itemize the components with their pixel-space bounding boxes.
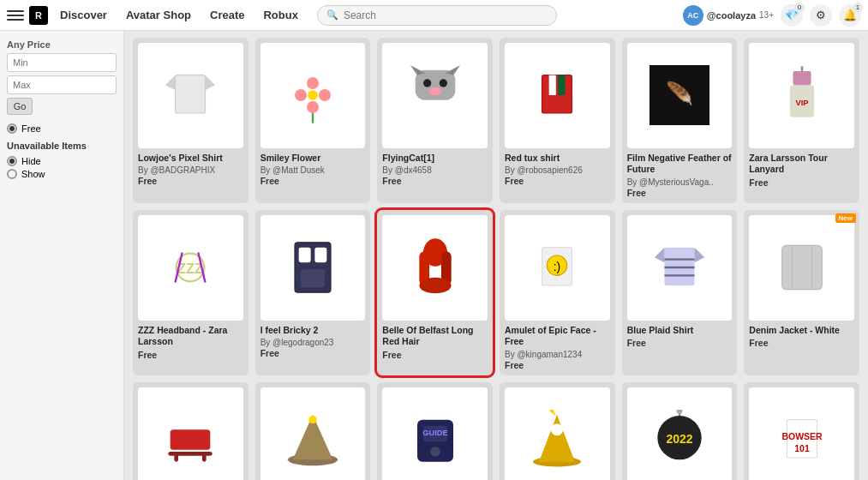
item-card[interactable]: Belle Of Belfast Long Red Hair Free — [377, 210, 493, 375]
item-price: Free — [382, 350, 488, 360]
item-card[interactable]: GUIDE Guide's Backpack Offsale — [377, 382, 493, 480]
nav-avatar-shop[interactable]: Avatar Shop — [119, 9, 198, 21]
item-name: I feel Bricky 2 — [260, 325, 366, 337]
svg-rect-31 — [301, 270, 325, 288]
show-radio-dot — [7, 169, 17, 179]
item-price: Free — [749, 338, 854, 348]
svg-point-5 — [307, 101, 319, 113]
item-name: ZZZ Headband - Zara Larsson — [138, 325, 243, 348]
svg-rect-45 — [781, 246, 822, 290]
item-name: Film Negative Feather of Future — [627, 153, 733, 176]
show-radio[interactable]: Show — [7, 169, 117, 179]
svg-marker-60 — [539, 415, 575, 462]
item-card[interactable]: FlyingCat[1] By @dx4658 Free — [377, 38, 493, 203]
svg-rect-0 — [176, 75, 206, 113]
settings-icon: ⚙ — [816, 9, 826, 21]
nav-discover[interactable]: Discover — [53, 9, 114, 21]
svg-point-4 — [307, 77, 319, 89]
item-card[interactable]: 2022 New Year's Celebration Hat Offsale — [500, 382, 615, 480]
svg-rect-51 — [202, 454, 207, 462]
age-badge: 13+ — [759, 10, 774, 20]
svg-point-58 — [430, 447, 440, 457]
item-price: Free — [260, 176, 366, 186]
svg-rect-21 — [793, 71, 811, 85]
item-thumbnail — [627, 215, 733, 321]
item-price: Free — [382, 176, 488, 186]
svg-marker-40 — [655, 248, 665, 263]
username: @coolayza — [707, 10, 756, 21]
item-card[interactable]: Red tux shirt By @robosapien626 Free — [500, 38, 615, 203]
price-go-button[interactable]: Go — [7, 98, 33, 115]
unavailable-section: Unavailable Items Hide Show — [7, 141, 117, 179]
svg-point-67 — [676, 410, 682, 414]
svg-text:101: 101 — [794, 443, 810, 453]
user-profile[interactable]: AC @coolayza 13+ — [683, 5, 774, 26]
content-area: Lowjoe's Pixel Shirt By @BADGRAPHIX Free… — [124, 31, 868, 480]
nav-robux[interactable]: Robux — [256, 9, 304, 21]
hamburger-menu[interactable] — [7, 7, 24, 24]
hide-label: Hide — [21, 156, 41, 166]
nav-create[interactable]: Create — [203, 9, 251, 21]
item-card[interactable]: ZZZ ZZZ Headband - Zara Larsson Free — [133, 210, 248, 375]
item-name: Belle Of Belfast Long Red Hair — [382, 325, 488, 348]
svg-rect-48 — [171, 430, 211, 450]
search-input[interactable] — [344, 9, 548, 21]
item-price: Free — [627, 338, 733, 348]
item-creator: By @BADGRAPHIX — [138, 165, 243, 175]
svg-text::): :) — [554, 260, 561, 273]
item-card[interactable]: 🪶 Film Negative Feather of Future By @My… — [622, 38, 738, 203]
item-price: Free — [138, 176, 243, 186]
item-thumbnail: 2022 — [627, 387, 733, 480]
svg-point-14 — [429, 87, 441, 95]
svg-marker-10 — [410, 65, 425, 75]
item-card[interactable]: BOWSER101 Bowser 101!.bmp By @Bowser101 … — [744, 382, 859, 480]
item-thumbnail: :) — [505, 215, 610, 321]
search-bar[interactable]: 🔍 — [317, 5, 557, 26]
currency-count: 0 — [794, 3, 805, 13]
item-price: Free — [260, 348, 366, 358]
item-card[interactable]: Lowjoe's Pixel Shirt By @BADGRAPHIX Free — [133, 38, 248, 203]
roblox-logo: R — [29, 6, 48, 25]
item-card[interactable]: Winter Sled Offsale — [133, 382, 248, 480]
item-thumbnail: ZZZ — [138, 215, 243, 321]
svg-marker-41 — [694, 248, 704, 263]
item-price: Free — [505, 360, 610, 370]
price-min-input[interactable] — [7, 53, 117, 72]
item-thumbnail — [260, 43, 366, 148]
item-thumbnail — [382, 215, 488, 321]
svg-text:GUIDE: GUIDE — [422, 429, 448, 438]
svg-rect-16 — [549, 75, 556, 95]
item-card[interactable]: Smiley Flower By @Matt Dusek Free — [255, 38, 371, 203]
item-badge: New — [835, 213, 856, 223]
unavailable-title: Unavailable Items — [7, 141, 117, 151]
item-card[interactable]: I feel Bricky 2 By @legodragon23 Free — [255, 210, 371, 375]
avatar: AC — [683, 5, 703, 26]
top-navigation: R Discover Avatar Shop Create Robux 🔍 AC… — [0, 0, 868, 31]
item-creator: By @robosapien626 — [505, 165, 610, 175]
item-name: Smiley Flower — [260, 153, 366, 165]
svg-point-3 — [308, 90, 318, 100]
item-thumbnail — [138, 387, 243, 480]
price-label: Any Price — [7, 39, 117, 50]
item-card[interactable]: New Denim Jacket - White Free — [744, 210, 859, 375]
settings-button[interactable]: ⚙ — [810, 4, 832, 27]
item-card[interactable]: VIP Zara Larsson Tour Lanyard Free — [744, 38, 859, 203]
notifications-button[interactable]: 🔔 1 — [839, 4, 861, 27]
price-max-input[interactable] — [7, 75, 117, 94]
svg-text:VIP: VIP — [795, 99, 808, 107]
item-thumbnail — [505, 43, 610, 148]
item-card[interactable]: 2022 2022 New Year's Countdown Hat Offsa… — [622, 382, 738, 480]
item-price: Free — [138, 350, 243, 360]
item-name: Amulet of Epic Face - Free — [505, 325, 610, 348]
svg-rect-39 — [664, 248, 694, 285]
item-name: Red tux shirt — [505, 153, 610, 165]
currency-button[interactable]: 💎 0 — [781, 4, 803, 27]
item-card[interactable]: Blue Plaid Shirt Free — [622, 210, 738, 375]
item-creator: By @MysteriousVaga.. — [627, 177, 733, 187]
hide-radio[interactable]: Hide — [7, 156, 117, 166]
free-radio[interactable]: Free — [7, 123, 117, 134]
item-card[interactable]: Guppus the Amazing - Hat Offsale — [255, 382, 371, 480]
item-card[interactable]: :) Amulet of Epic Face - Free By @kingam… — [500, 210, 615, 375]
svg-point-54 — [308, 416, 316, 423]
svg-point-35 — [419, 278, 451, 294]
